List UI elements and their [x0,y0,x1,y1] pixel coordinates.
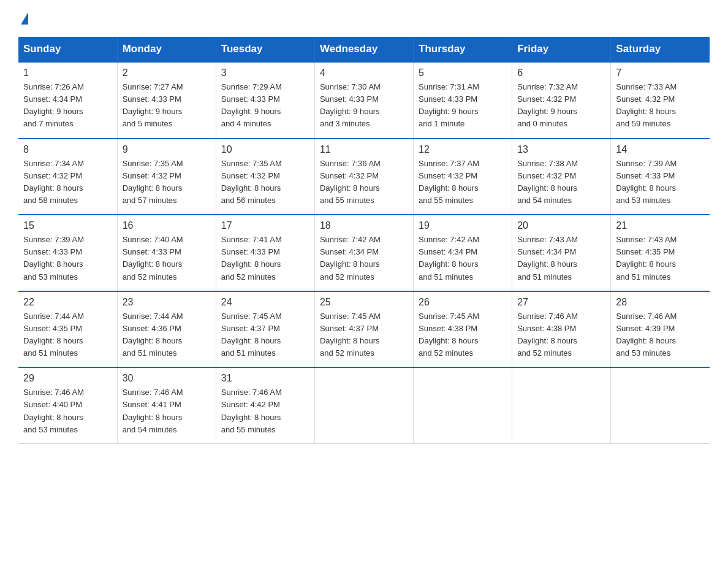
day-info: Sunrise: 7:42 AMSunset: 4:34 PMDaylight:… [419,234,507,283]
calendar-day-cell: 22 Sunrise: 7:44 AMSunset: 4:35 PMDaylig… [18,291,117,368]
calendar-day-cell: 9 Sunrise: 7:35 AMSunset: 4:32 PMDayligh… [117,139,216,215]
logo [18,12,28,26]
day-info: Sunrise: 7:27 AMSunset: 4:33 PMDaylight:… [123,81,211,131]
day-number: 5 [419,67,507,79]
day-number: 14 [616,144,705,155]
day-info: Sunrise: 7:43 AMSunset: 4:34 PMDaylight:… [517,234,605,283]
calendar-day-cell: 31 Sunrise: 7:46 AMSunset: 4:42 PMDaylig… [216,367,314,443]
calendar-day-cell: 3 Sunrise: 7:29 AMSunset: 4:33 PMDayligh… [216,62,314,139]
day-info: Sunrise: 7:42 AMSunset: 4:34 PMDaylight:… [320,234,408,283]
calendar-day-cell: 17 Sunrise: 7:41 AMSunset: 4:33 PMDaylig… [216,215,314,291]
day-number: 31 [221,373,309,384]
day-info: Sunrise: 7:44 AMSunset: 4:36 PMDaylight:… [123,310,211,360]
calendar-day-cell: 8 Sunrise: 7:34 AMSunset: 4:32 PMDayligh… [18,139,117,215]
day-number: 25 [320,297,408,308]
day-number: 13 [517,144,605,155]
calendar-day-cell: 13 Sunrise: 7:38 AMSunset: 4:32 PMDaylig… [512,139,611,215]
day-number: 15 [23,220,112,231]
calendar-day-cell: 27 Sunrise: 7:46 AMSunset: 4:38 PMDaylig… [512,291,611,368]
day-info: Sunrise: 7:29 AMSunset: 4:33 PMDaylight:… [221,81,309,131]
day-number: 27 [517,297,605,308]
day-info: Sunrise: 7:34 AMSunset: 4:32 PMDaylight:… [23,158,112,207]
day-info: Sunrise: 7:32 AMSunset: 4:32 PMDaylight:… [517,81,605,131]
calendar-day-cell: 28 Sunrise: 7:46 AMSunset: 4:39 PMDaylig… [611,291,710,368]
day-info: Sunrise: 7:38 AMSunset: 4:32 PMDaylight:… [517,158,605,207]
day-of-week-header: Wednesday [314,37,413,62]
calendar-week-row: 8 Sunrise: 7:34 AMSunset: 4:32 PMDayligh… [18,139,710,215]
calendar-day-cell: 21 Sunrise: 7:43 AMSunset: 4:35 PMDaylig… [611,215,710,291]
day-number: 8 [23,144,112,155]
day-info: Sunrise: 7:30 AMSunset: 4:33 PMDaylight:… [320,81,408,131]
calendar-day-cell [512,367,611,443]
day-of-week-header: Friday [512,37,611,62]
calendar-day-cell: 29 Sunrise: 7:46 AMSunset: 4:40 PMDaylig… [18,367,117,443]
day-number: 6 [517,67,605,79]
calendar-week-row: 22 Sunrise: 7:44 AMSunset: 4:35 PMDaylig… [18,291,710,368]
day-info: Sunrise: 7:45 AMSunset: 4:38 PMDaylight:… [419,310,507,360]
day-number: 4 [320,67,408,79]
calendar-week-row: 29 Sunrise: 7:46 AMSunset: 4:40 PMDaylig… [18,367,710,443]
calendar-day-cell: 20 Sunrise: 7:43 AMSunset: 4:34 PMDaylig… [512,215,611,291]
days-of-week-row: SundayMondayTuesdayWednesdayThursdayFrid… [18,37,710,62]
day-number: 20 [517,220,605,231]
day-number: 22 [23,297,112,308]
day-info: Sunrise: 7:45 AMSunset: 4:37 PMDaylight:… [221,310,309,360]
calendar-day-cell: 23 Sunrise: 7:44 AMSunset: 4:36 PMDaylig… [117,291,216,368]
day-of-week-header: Saturday [611,37,710,62]
calendar-day-cell: 4 Sunrise: 7:30 AMSunset: 4:33 PMDayligh… [314,62,413,139]
calendar-day-cell: 15 Sunrise: 7:39 AMSunset: 4:33 PMDaylig… [18,215,117,291]
calendar-day-cell: 24 Sunrise: 7:45 AMSunset: 4:37 PMDaylig… [216,291,314,368]
day-of-week-header: Sunday [18,37,117,62]
day-info: Sunrise: 7:46 AMSunset: 4:40 PMDaylight:… [23,386,112,436]
day-info: Sunrise: 7:37 AMSunset: 4:32 PMDaylight:… [419,158,507,207]
calendar-day-cell [414,367,512,443]
day-number: 1 [23,67,112,79]
page-header [18,12,710,26]
day-info: Sunrise: 7:44 AMSunset: 4:35 PMDaylight:… [23,310,112,360]
day-number: 16 [123,220,211,231]
calendar-day-cell: 2 Sunrise: 7:27 AMSunset: 4:33 PMDayligh… [117,62,216,139]
day-number: 12 [419,144,507,155]
calendar-day-cell: 16 Sunrise: 7:40 AMSunset: 4:33 PMDaylig… [117,215,216,291]
day-number: 19 [419,220,507,231]
calendar-week-row: 15 Sunrise: 7:39 AMSunset: 4:33 PMDaylig… [18,215,710,291]
calendar-day-cell: 12 Sunrise: 7:37 AMSunset: 4:32 PMDaylig… [414,139,512,215]
day-info: Sunrise: 7:46 AMSunset: 4:39 PMDaylight:… [616,310,705,360]
day-of-week-header: Thursday [414,37,512,62]
day-number: 21 [616,220,705,231]
day-number: 30 [123,373,211,384]
day-info: Sunrise: 7:39 AMSunset: 4:33 PMDaylight:… [23,234,112,283]
calendar-week-row: 1 Sunrise: 7:26 AMSunset: 4:34 PMDayligh… [18,62,710,139]
day-info: Sunrise: 7:40 AMSunset: 4:33 PMDaylight:… [123,234,211,283]
day-info: Sunrise: 7:39 AMSunset: 4:33 PMDaylight:… [616,158,705,207]
day-of-week-header: Tuesday [216,37,314,62]
calendar-day-cell: 25 Sunrise: 7:45 AMSunset: 4:37 PMDaylig… [314,291,413,368]
day-info: Sunrise: 7:35 AMSunset: 4:32 PMDaylight:… [221,158,309,207]
calendar-day-cell [314,367,413,443]
calendar-day-cell: 18 Sunrise: 7:42 AMSunset: 4:34 PMDaylig… [314,215,413,291]
day-number: 10 [221,144,309,155]
calendar-day-cell: 5 Sunrise: 7:31 AMSunset: 4:33 PMDayligh… [414,62,512,139]
calendar-day-cell: 10 Sunrise: 7:35 AMSunset: 4:32 PMDaylig… [216,139,314,215]
day-info: Sunrise: 7:45 AMSunset: 4:37 PMDaylight:… [320,310,408,360]
calendar-day-cell: 19 Sunrise: 7:42 AMSunset: 4:34 PMDaylig… [414,215,512,291]
day-number: 2 [123,67,211,79]
calendar-body: 1 Sunrise: 7:26 AMSunset: 4:34 PMDayligh… [18,62,710,443]
day-number: 26 [419,297,507,308]
day-info: Sunrise: 7:41 AMSunset: 4:33 PMDaylight:… [221,234,309,283]
day-number: 17 [221,220,309,231]
day-of-week-header: Monday [117,37,216,62]
day-number: 29 [23,373,112,384]
day-info: Sunrise: 7:31 AMSunset: 4:33 PMDaylight:… [419,81,507,131]
day-number: 3 [221,67,309,79]
day-number: 28 [616,297,705,308]
calendar-day-cell: 7 Sunrise: 7:33 AMSunset: 4:32 PMDayligh… [611,62,710,139]
day-info: Sunrise: 7:46 AMSunset: 4:42 PMDaylight:… [221,386,309,436]
day-info: Sunrise: 7:46 AMSunset: 4:38 PMDaylight:… [517,310,605,360]
day-info: Sunrise: 7:33 AMSunset: 4:32 PMDaylight:… [616,81,705,131]
logo-blue-text [18,12,28,26]
logo-triangle-icon [21,12,28,25]
day-number: 11 [320,144,408,155]
calendar-day-cell: 14 Sunrise: 7:39 AMSunset: 4:33 PMDaylig… [611,139,710,215]
calendar-day-cell: 11 Sunrise: 7:36 AMSunset: 4:32 PMDaylig… [314,139,413,215]
